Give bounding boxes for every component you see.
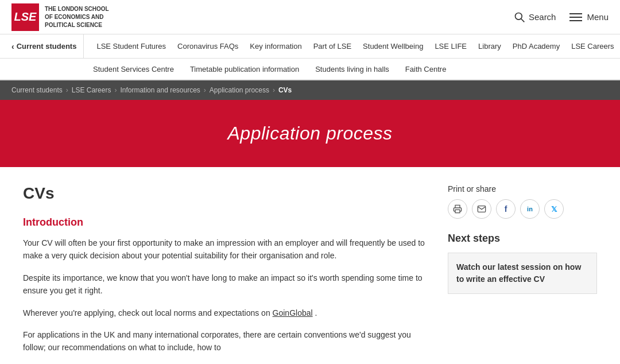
nav-item-lse-careers[interactable]: LSE Careers bbox=[565, 42, 619, 51]
next-steps-card[interactable]: Watch our latest session on how to write… bbox=[448, 253, 597, 294]
page-title: CVs bbox=[23, 184, 431, 203]
print-share-section: Print or share f bbox=[448, 184, 597, 219]
logo-area: LSE THE LONDON SCHOOL OF ECONOMICS AND P… bbox=[11, 3, 109, 31]
main-content: CVs Introduction Your CV will often be y… bbox=[0, 167, 620, 364]
email-icon-button[interactable] bbox=[472, 199, 491, 219]
hero-title: Application process bbox=[11, 123, 609, 144]
menu-button[interactable]: Menu bbox=[569, 12, 609, 22]
svg-rect-2 bbox=[455, 210, 460, 212]
header-right: Search Menu bbox=[514, 11, 609, 23]
nav-item-student-wellbeing[interactable]: Student Wellbeing bbox=[357, 42, 429, 51]
facebook-icon-button[interactable]: f bbox=[496, 199, 516, 219]
nav-item-phd-academy[interactable]: PhD Academy bbox=[507, 42, 565, 51]
print-share-label: Print or share bbox=[448, 184, 597, 193]
secondary-nav-faith-centre[interactable]: Faith Centre bbox=[397, 65, 455, 73]
breadcrumb-application-process[interactable]: Application process bbox=[210, 86, 269, 94]
content-right: Print or share f bbox=[448, 184, 597, 363]
breadcrumb-lse-careers[interactable]: LSE Careers bbox=[72, 86, 111, 94]
secondary-nav: Student Services Centre Timetable public… bbox=[0, 59, 620, 80]
twitter-icon: 𝕏 bbox=[551, 205, 557, 214]
chevron-left-icon: ‹ bbox=[11, 42, 14, 51]
facebook-icon: f bbox=[505, 204, 507, 214]
primary-nav: ‹ Current students LSE Student Futures C… bbox=[0, 34, 620, 59]
paragraph-1: Your CV will often be your first opportu… bbox=[23, 237, 431, 262]
primary-nav-items: LSE Student Futures Coronavirus FAQs Key… bbox=[84, 42, 619, 51]
breadcrumb-info-resources[interactable]: Information and resources bbox=[120, 86, 200, 94]
hero-banner: Application process bbox=[0, 100, 620, 167]
current-students-btn[interactable]: ‹ Current students bbox=[11, 34, 84, 58]
menu-label: Menu bbox=[587, 12, 609, 22]
secondary-nav-timetable[interactable]: Timetable publication information bbox=[182, 65, 307, 73]
breadcrumb: Current students › LSE Careers › Informa… bbox=[0, 80, 620, 100]
search-button[interactable]: Search bbox=[514, 11, 556, 23]
nav-item-key-info[interactable]: Key information bbox=[244, 42, 307, 51]
secondary-nav-student-services[interactable]: Student Services Centre bbox=[85, 65, 182, 73]
search-icon bbox=[514, 11, 525, 23]
print-icon-button[interactable] bbox=[448, 199, 467, 219]
next-steps-section: Next steps Watch our latest session on h… bbox=[448, 233, 597, 294]
twitter-icon-button[interactable]: 𝕏 bbox=[544, 199, 564, 219]
logo-tagline: THE LONDON SCHOOL OF ECONOMICS AND POLIT… bbox=[45, 5, 109, 29]
content-left: CVs Introduction Your CV will often be y… bbox=[23, 184, 431, 363]
breadcrumb-cvs: CVs bbox=[278, 86, 292, 94]
paragraph-3: Wherever you're applying, check out loca… bbox=[23, 307, 431, 319]
goinglobal-link[interactable]: GoinGlobal bbox=[273, 308, 313, 317]
nav-item-coronavirus[interactable]: Coronavirus FAQs bbox=[172, 42, 244, 51]
paragraph-4: For applications in the UK and many inte… bbox=[23, 328, 431, 354]
svg-line-1 bbox=[521, 18, 524, 22]
hamburger-icon bbox=[569, 13, 582, 21]
share-icons: f in 𝕏 bbox=[448, 199, 597, 219]
nav-item-student-futures[interactable]: LSE Student Futures bbox=[91, 42, 172, 51]
current-students-label: Current students bbox=[17, 42, 77, 51]
next-steps-heading: Next steps bbox=[448, 233, 597, 245]
intro-heading: Introduction bbox=[23, 216, 431, 229]
nav-item-lse-life[interactable]: LSE LIFE bbox=[429, 42, 472, 51]
linkedin-icon: in bbox=[527, 206, 533, 212]
search-label: Search bbox=[529, 12, 556, 22]
lse-logo[interactable]: LSE bbox=[11, 3, 39, 31]
header: LSE THE LONDON SCHOOL OF ECONOMICS AND P… bbox=[0, 0, 620, 34]
nav-item-part-of-lse[interactable]: Part of LSE bbox=[308, 42, 357, 51]
linkedin-icon-button[interactable]: in bbox=[520, 199, 540, 219]
breadcrumb-current-students[interactable]: Current students bbox=[11, 86, 63, 94]
paragraph-2: Despite its importance, we know that you… bbox=[23, 272, 431, 297]
svg-point-0 bbox=[515, 13, 522, 20]
print-icon bbox=[453, 204, 462, 214]
secondary-nav-students-halls[interactable]: Students living in halls bbox=[307, 65, 397, 73]
email-icon bbox=[477, 204, 486, 214]
nav-item-library[interactable]: Library bbox=[472, 42, 507, 51]
